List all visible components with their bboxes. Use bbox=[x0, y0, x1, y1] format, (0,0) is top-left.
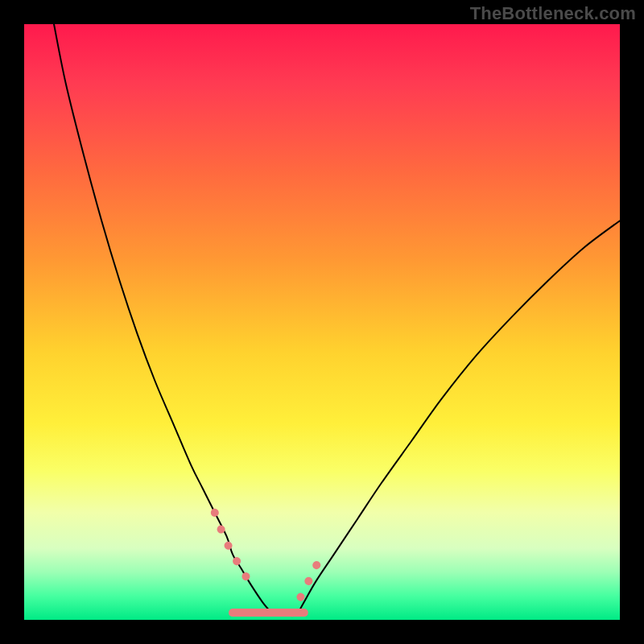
right-marker-dots bbox=[292, 560, 319, 613]
curve-layer bbox=[24, 24, 620, 620]
right-curve bbox=[298, 221, 620, 613]
chart-stage: TheBottleneck.com bbox=[0, 0, 644, 644]
watermark-text: TheBottleneck.com bbox=[470, 3, 636, 24]
plot-area bbox=[24, 24, 620, 620]
left-curve bbox=[54, 24, 271, 613]
